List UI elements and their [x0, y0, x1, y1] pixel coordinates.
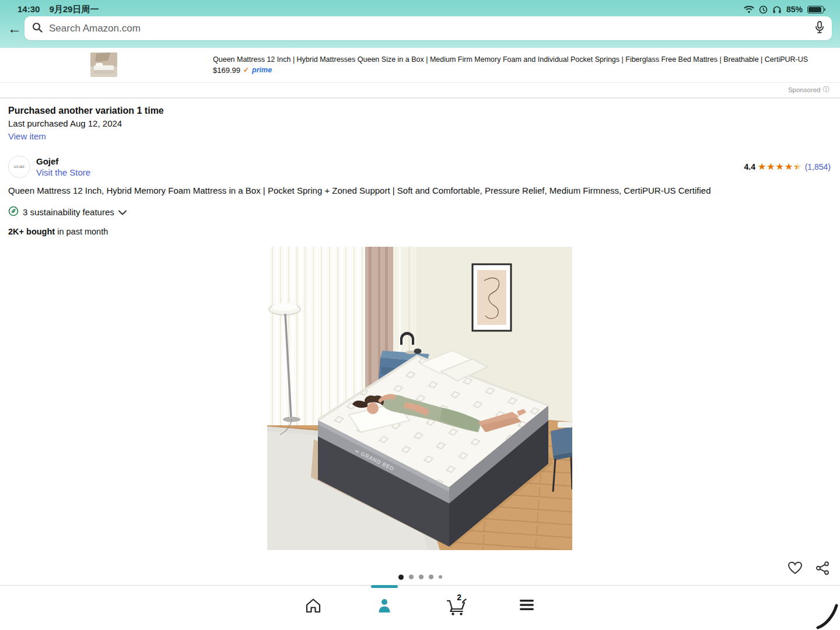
nav-home-tab[interactable] [300, 594, 327, 614]
product-title: Queen Mattress 12 Inch, Hybrid Memory Fo… [8, 185, 832, 197]
battery-icon [807, 6, 824, 13]
nav-profile-tab[interactable] [371, 594, 398, 614]
wishlist-heart-icon[interactable] [788, 561, 803, 575]
bottom-navigation: 2 [0, 585, 840, 630]
leaf-icon [8, 206, 19, 218]
search-bar[interactable] [24, 16, 832, 40]
rating-value: 4.4 [744, 162, 755, 172]
back-button[interactable]: ← [5, 17, 24, 40]
prime-check-icon: ✓ [243, 66, 249, 74]
cart-count-badge: 2 [457, 593, 461, 602]
carousel-dot[interactable] [409, 575, 414, 579]
carousel-dot[interactable] [429, 575, 433, 579]
amazon-app-screen: 14:30 9月29日周一 85% ← [0, 0, 840, 630]
view-item-link[interactable]: View item [8, 131, 46, 141]
review-count-link[interactable]: (1,854) [805, 162, 831, 172]
store-name: Gojef [36, 156, 744, 166]
headphones-icon [772, 5, 782, 14]
battery-percent: 85% [786, 5, 803, 14]
status-bar: 14:30 9月29日周一 85% [0, 0, 840, 15]
sustainability-label: 3 sustainability features [23, 207, 114, 217]
star-rating-icon: ★★★★★ ★★★★★ [758, 162, 803, 172]
sustainability-expander[interactable]: 3 sustainability features [8, 206, 832, 218]
sponsored-info-icon[interactable]: ⓘ [823, 85, 830, 94]
loading-spinner [814, 600, 840, 630]
store-logo[interactable]: GOJEF [8, 156, 30, 178]
share-icon[interactable] [816, 561, 830, 575]
carousel-dot[interactable] [398, 575, 404, 580]
image-carousel-dots[interactable] [0, 573, 840, 580]
app-header: 14:30 9月29日周一 85% ← [0, 0, 840, 48]
search-icon [32, 22, 43, 36]
social-proof-text: 2K+ bought in past month [8, 227, 832, 236]
rating-summary[interactable]: 4.4 ★★★★★ ★★★★★ (1,854) [744, 162, 832, 172]
ad-product-thumbnail[interactable] [90, 52, 117, 77]
microphone-icon[interactable] [814, 20, 825, 37]
purchase-history-heading: Purchased another variation 1 time [8, 106, 832, 116]
sponsored-label: Sponsored [788, 86, 821, 93]
carousel-dot[interactable] [419, 575, 424, 579]
ad-price: $169.99 [213, 66, 240, 75]
sponsored-ad-banner[interactable]: Queen Mattress 12 Inch | Hybrid Mattress… [0, 48, 840, 83]
nav-cart-tab[interactable]: 2 [442, 594, 469, 616]
chevron-down-icon [118, 207, 127, 217]
ad-title[interactable]: Queen Mattress 12 Inch | Hybrid Mattress… [213, 55, 831, 64]
clock-time: 14:30 [18, 4, 40, 15]
wifi-icon [744, 5, 754, 13]
nav-menu-tab[interactable] [513, 594, 540, 612]
last-purchased-text: Last purchased Aug 12, 2024 [8, 118, 832, 128]
product-main-image[interactable]: ∞ GRAND BED [267, 247, 572, 550]
data-saver-icon [759, 5, 768, 14]
visit-store-link[interactable]: Visit the Store [36, 167, 744, 177]
clock-date: 9月29日周一 [49, 4, 99, 15]
active-tab-indicator [371, 585, 398, 588]
search-input[interactable] [49, 23, 814, 34]
carousel-dot[interactable] [439, 575, 442, 579]
prime-badge: prime [252, 66, 272, 74]
